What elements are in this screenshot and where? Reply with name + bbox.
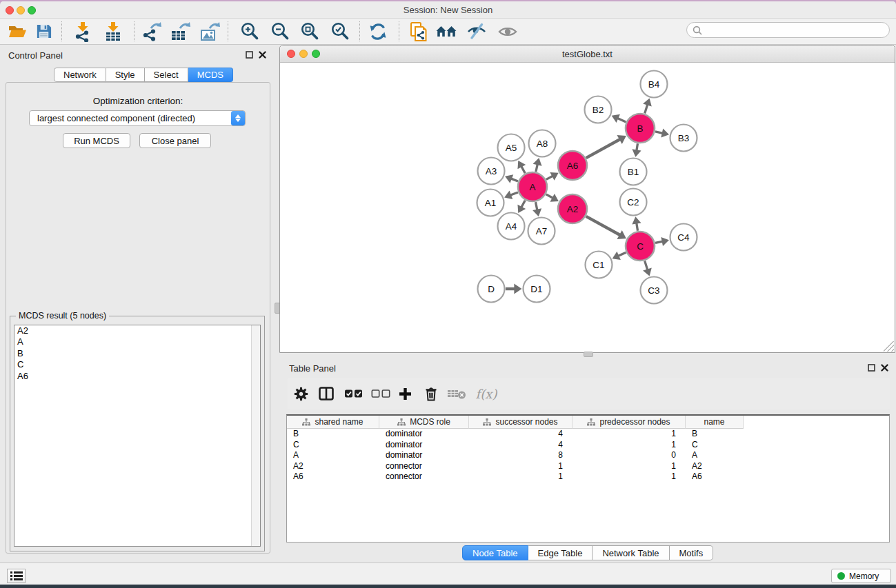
table-row[interactable]: Cdominator41C xyxy=(287,440,889,451)
window-resize-grip[interactable] xyxy=(884,341,894,352)
table-panel-close-button[interactable] xyxy=(880,363,889,372)
graph-edge-A-A4[interactable] xyxy=(521,201,526,207)
table-panel-float-button[interactable] xyxy=(867,363,876,372)
graph-edge-A-A2[interactable] xyxy=(546,194,553,199)
mcds-result-item[interactable]: A6 xyxy=(14,371,260,382)
import-network-button[interactable] xyxy=(70,20,95,43)
graph-edge-A-A1[interactable] xyxy=(510,192,518,195)
mcds-result-item[interactable]: A xyxy=(14,336,260,347)
column-header-shared-name[interactable]: shared name xyxy=(287,416,379,429)
table-row[interactable]: Adominator80A xyxy=(287,450,889,461)
table-cell[interactable]: dominator xyxy=(379,440,469,451)
add-column-button[interactable] xyxy=(392,378,417,409)
table-cell[interactable]: 0 xyxy=(573,450,686,461)
graph-edge-A-A8[interactable] xyxy=(536,164,538,172)
table-cell[interactable]: 1 xyxy=(573,472,686,483)
search-input[interactable] xyxy=(706,26,889,35)
zoom-in-button[interactable] xyxy=(237,20,261,43)
table-options-gear-button[interactable] xyxy=(288,378,313,409)
table-cell[interactable]: A2 xyxy=(686,461,744,472)
save-session-button[interactable] xyxy=(31,20,56,43)
control-panel-close-button[interactable] xyxy=(258,50,267,59)
table-cell[interactable]: C xyxy=(287,440,379,451)
delete-column-button[interactable] xyxy=(419,378,444,409)
graph-edge-C-C1[interactable] xyxy=(618,252,626,256)
show-columns-button[interactable] xyxy=(314,378,339,409)
control-panel-float-button[interactable] xyxy=(245,50,254,59)
scrollbar-track[interactable] xyxy=(251,325,260,546)
zoom-fit-button[interactable] xyxy=(297,20,321,43)
table-cell[interactable]: 1 xyxy=(573,429,686,440)
control-tab-mcds[interactable]: MCDS xyxy=(188,68,233,82)
zoom-out-button[interactable] xyxy=(267,20,292,43)
horizontal-splitter-handle[interactable] xyxy=(584,352,593,357)
column-header-MCDS-role[interactable]: MCDS role xyxy=(379,416,469,429)
table-cell[interactable]: 4 xyxy=(469,429,573,440)
clone-network-button[interactable] xyxy=(406,20,431,43)
table-cell[interactable]: A xyxy=(686,450,744,461)
table-cell[interactable]: 8 xyxy=(469,450,573,461)
run-mcds-button[interactable]: Run MCDS xyxy=(63,133,130,148)
tab-motifs[interactable]: Motifs xyxy=(670,545,714,560)
memory-button[interactable]: Memory xyxy=(831,569,891,583)
graph-edge-B-B4[interactable] xyxy=(645,104,648,113)
column-header-name[interactable]: name xyxy=(686,416,744,429)
close-panel-button[interactable]: Close panel xyxy=(139,133,211,148)
table-cell[interactable]: 1 xyxy=(573,440,686,451)
home-view-button[interactable] xyxy=(434,20,459,43)
refresh-view-button[interactable] xyxy=(366,20,390,43)
mcds-result-item[interactable]: A2 xyxy=(14,325,260,336)
table-cell[interactable]: connector xyxy=(379,472,469,483)
table-cell[interactable]: B xyxy=(287,429,379,440)
export-network-button[interactable] xyxy=(139,20,163,43)
table-cell[interactable]: dominator xyxy=(379,429,469,440)
control-tab-network[interactable]: Network xyxy=(54,68,106,82)
graph-edge-C-C3[interactable] xyxy=(645,261,648,270)
tab-edge-table[interactable]: Edge Table xyxy=(528,545,593,560)
graph-edge-B-B1[interactable] xyxy=(637,143,638,151)
table-cell[interactable]: 1 xyxy=(573,461,686,472)
graph-edge-A2-C[interactable] xyxy=(586,216,621,235)
graph-edge-A-A5[interactable] xyxy=(521,166,526,173)
show-graphics-details-button[interactable] xyxy=(495,20,520,43)
table-cell[interactable]: A6 xyxy=(287,472,379,483)
select-all-columns-button[interactable] xyxy=(341,378,366,409)
export-table-button[interactable] xyxy=(168,20,192,43)
table-cell[interactable]: connector xyxy=(379,461,469,472)
table-row[interactable]: A2connector11A2 xyxy=(287,461,889,472)
tab-network-table[interactable]: Network Table xyxy=(593,545,669,560)
control-tab-select[interactable]: Select xyxy=(145,68,188,82)
graph-edge-A-A7[interactable] xyxy=(535,202,537,210)
table-cell[interactable]: A2 xyxy=(287,461,379,472)
graph-edge-C-C4[interactable] xyxy=(655,241,663,243)
table-cell[interactable]: A6 xyxy=(686,472,744,483)
criterion-select[interactable]: largest connected component (directed) xyxy=(29,110,246,126)
import-table-button[interactable] xyxy=(101,20,126,43)
column-header-predecessor-nodes[interactable]: predecessor nodes xyxy=(573,416,686,429)
table-cell[interactable]: dominator xyxy=(379,450,469,461)
control-tab-style[interactable]: Style xyxy=(106,68,145,82)
export-image-button[interactable] xyxy=(197,20,222,43)
table-cell[interactable]: C xyxy=(686,440,744,451)
table-cell[interactable]: 1 xyxy=(469,472,573,483)
delete-table-button[interactable] xyxy=(444,378,469,409)
deselect-all-columns-button[interactable] xyxy=(368,378,393,409)
graph-edge-A-A3[interactable] xyxy=(510,179,518,181)
graph-edge-C-C2[interactable] xyxy=(637,223,638,231)
table-cell[interactable]: B xyxy=(686,429,744,440)
tab-node-table[interactable]: Node Table xyxy=(462,545,528,560)
network-canvas[interactable]: B4B2BB3A5A8A6B1A3AC2A1A2A4A7C4CC1DD1C3 xyxy=(281,63,895,352)
column-header-successor-nodes[interactable]: successor nodes xyxy=(469,416,573,429)
table-row[interactable]: Bdominator41B xyxy=(287,429,889,440)
mcds-result-item[interactable]: C xyxy=(14,359,260,370)
graph-edge-A-A6[interactable] xyxy=(546,176,553,179)
zoom-selected-button[interactable] xyxy=(327,20,352,43)
mcds-result-list[interactable]: A2ABCA6 xyxy=(14,325,261,547)
mcds-result-item[interactable]: B xyxy=(14,348,260,359)
search-box[interactable] xyxy=(686,22,890,38)
table-row[interactable]: A6connector11A6 xyxy=(287,472,889,483)
graph-edge-B-B2[interactable] xyxy=(617,118,626,122)
table-cell[interactable]: 1 xyxy=(469,461,573,472)
table-cell[interactable]: 4 xyxy=(469,440,573,451)
graph-edge-B-B3[interactable] xyxy=(655,132,663,134)
